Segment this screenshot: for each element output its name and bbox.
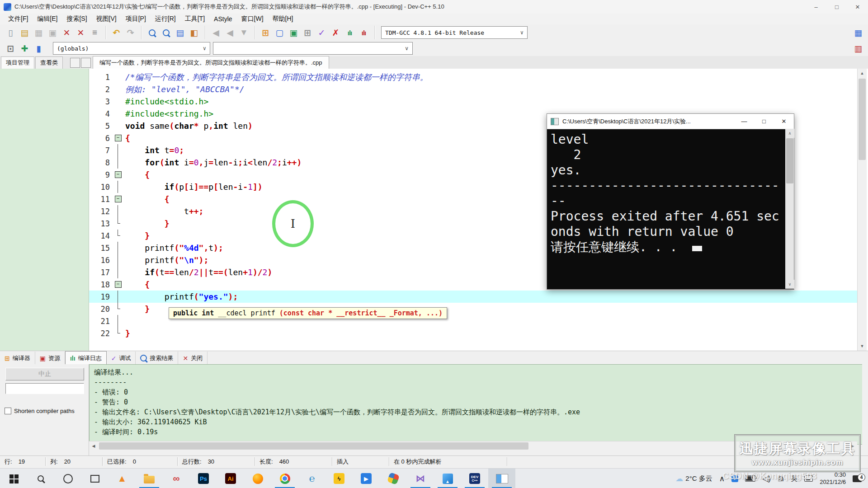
console-maximize-button[interactable]: □ (754, 114, 774, 129)
program-reset-button[interactable]: ▼ (237, 26, 251, 39)
log-scroll-thumb[interactable] (99, 442, 528, 450)
profile-analysis-button[interactable]: ılı (343, 26, 357, 39)
menu-帮助[interactable]: 帮助[H] (268, 14, 298, 24)
taskbar-app-illustrator[interactable]: Ai (217, 469, 244, 488)
tab-project-manager[interactable]: 项目管理 (1, 56, 34, 69)
taskbar-app-edge[interactable]: ℮ (298, 469, 326, 488)
print-button[interactable]: ≡ (88, 26, 102, 39)
abort-button[interactable]: 中止 (5, 368, 84, 380)
undo-button[interactable]: ↶ (109, 26, 123, 39)
add-watch-button[interactable]: ✚ (18, 42, 32, 55)
console-close-button[interactable]: ✕ (774, 114, 794, 129)
delete-profiling-button[interactable]: ılı (357, 26, 371, 39)
tray-tray-recorder[interactable]: ▸ (731, 475, 738, 482)
compile-button[interactable]: ◀ (209, 26, 223, 39)
find-button[interactable] (145, 26, 159, 39)
console-window[interactable]: C:\Users\空青\Desktop\C语言\2021年12月\实验... —… (547, 113, 794, 290)
minimize-button[interactable]: – (806, 0, 826, 14)
code-line-2[interactable]: 2例如: "level", "ABCCBA"*/ (89, 83, 857, 95)
package-manager-button[interactable]: ▣ (287, 26, 301, 39)
restore-button[interactable]: □ (826, 0, 847, 14)
project-options-button[interactable]: ▢ (273, 26, 287, 39)
tray-volume[interactable]: ◁) (762, 474, 771, 483)
goto-line-button[interactable]: ▤ (173, 26, 187, 39)
clock[interactable]: 0:302021/12/6 (820, 471, 846, 486)
code-line-3[interactable]: 3#include<stdio.h> (89, 95, 857, 108)
taskbar-app-downloader[interactable]: ϟ (326, 469, 353, 488)
tab-scroll-right-button[interactable] (81, 58, 91, 68)
menu-窗口[interactable]: 窗口[W] (237, 14, 268, 24)
close-button[interactable]: ✕ (60, 26, 74, 39)
shorten-paths-option[interactable]: Shorten compiler paths (5, 408, 75, 414)
tray-network[interactable]: ⋒ (778, 474, 784, 483)
file-tab[interactable]: 编写一个函数，判断字符串是否为回文。所谓回文指顺读和逆读都一样的字符串。.cpp (93, 56, 329, 69)
taskbar-app-photos[interactable]: ▲ (434, 469, 461, 488)
taskbar-app-capture-suite[interactable]: ∞ (163, 469, 190, 488)
menu-搜索[interactable]: 搜索[S] (62, 14, 91, 24)
console-scroll-thumb[interactable] (786, 138, 793, 183)
dock-tab-调试[interactable]: ✓调试 (107, 352, 136, 365)
class-browser-select[interactable]: (globals) ∨ (53, 42, 210, 55)
new-file-button[interactable]: ▯ (4, 26, 18, 39)
editor-vertical-scrollbar[interactable]: ▲ ▼ (857, 69, 867, 351)
member-select[interactable]: ∨ (213, 42, 413, 55)
taskbar-app-explorer[interactable] (136, 469, 163, 488)
scroll-down-icon[interactable]: ∨ (785, 280, 794, 289)
menu-工具[interactable]: 工具[T] (180, 14, 209, 24)
scroll-down-icon[interactable]: ▼ (858, 342, 867, 351)
find-next-button[interactable] (159, 26, 173, 39)
tray-tray-expand[interactable]: ∧ (719, 474, 725, 483)
report-window-button[interactable]: ▥ (851, 42, 865, 55)
taskbar-app-cortana[interactable] (54, 469, 81, 488)
dock-tab-编译日志[interactable]: ılı编译日志 (65, 351, 107, 365)
swap-header-source-button[interactable]: ◧ (187, 26, 201, 39)
abort-compilation-button[interactable]: ✗ (329, 26, 343, 39)
tray-battery[interactable] (745, 475, 755, 482)
scroll-up-icon[interactable]: ∧ (785, 129, 794, 138)
compiler-profile-select[interactable]: TDM-GCC 4.8.1 64-bit Release ∨ (381, 26, 528, 39)
taskbar-app-chrome[interactable] (271, 469, 298, 488)
syntax-check-button[interactable]: ✓ (315, 26, 329, 39)
menu-项目[interactable]: 项目[P] (121, 14, 151, 24)
tab-scroll-left-button[interactable] (70, 58, 80, 68)
menu-运行[interactable]: 运行[R] (151, 14, 180, 24)
menu-编辑[interactable]: 编辑[E] (33, 14, 62, 24)
editor-scroll-thumb[interactable] (859, 79, 866, 160)
notification-center[interactable]: 4 (853, 475, 862, 482)
dock-tab-编译器[interactable]: ⊞编译器 (0, 352, 35, 365)
taskbar-app-devcpp[interactable]: DEVC++ (461, 469, 488, 488)
taskbar-app-task-view[interactable] (81, 469, 108, 488)
close-all-button[interactable]: ✕ (74, 26, 88, 39)
tray-touch-keyboard[interactable] (804, 475, 813, 482)
scroll-left-icon[interactable]: ◀ (89, 441, 98, 450)
back-to-editor-button[interactable]: ⊡ (4, 42, 18, 55)
code-line-1[interactable]: 1/*编写一个函数，判断字符串是否为回文。所谓回文指顺读和逆读都一样的字符串。 (89, 71, 857, 83)
tray-weather[interactable]: ☁2°C 多云 (675, 474, 712, 483)
fold-collapse-icon[interactable]: − (115, 281, 122, 288)
taskbar-app-console-app[interactable] (488, 469, 515, 488)
redo-button[interactable]: ↷ (123, 26, 137, 39)
taskbar-app-security[interactable]: ▲ (108, 469, 136, 488)
cpu-window-button[interactable]: ▦ (851, 26, 865, 39)
run-button[interactable]: ◀ (223, 26, 237, 39)
open-file-button[interactable]: ▤ (18, 26, 32, 39)
fold-collapse-icon[interactable]: − (115, 171, 122, 178)
tray-ime-language[interactable]: 英 (791, 474, 797, 483)
code-line-22[interactable]: 22} (89, 327, 857, 339)
new-project-button[interactable]: ⊞ (259, 26, 273, 39)
taskbar-app-photoshop[interactable]: Ps (190, 469, 217, 488)
menu-视图[interactable]: 视图[V] (92, 14, 121, 24)
taskbar-app-start[interactable] (0, 469, 27, 488)
dock-tab-资源[interactable]: ▣资源 (35, 352, 65, 365)
project-manager-panel[interactable] (0, 69, 89, 351)
fold-collapse-icon[interactable]: − (115, 135, 122, 141)
scroll-up-icon[interactable]: ▲ (858, 69, 867, 78)
save-button[interactable]: ▦ (32, 26, 46, 39)
tab-class-view[interactable]: 查看类 (35, 56, 63, 69)
taskbar-app-firefox[interactable] (244, 469, 271, 488)
taskbar-app-screen-recorder[interactable]: ▶ (353, 469, 380, 488)
menu-AStyle[interactable]: AStyle (209, 14, 236, 23)
shorten-paths-checkbox[interactable] (5, 408, 11, 414)
insert-snippet-button[interactable]: ⊞ (301, 26, 315, 39)
console-titlebar[interactable]: C:\Users\空青\Desktop\C语言\2021年12月\实验... —… (547, 114, 794, 129)
